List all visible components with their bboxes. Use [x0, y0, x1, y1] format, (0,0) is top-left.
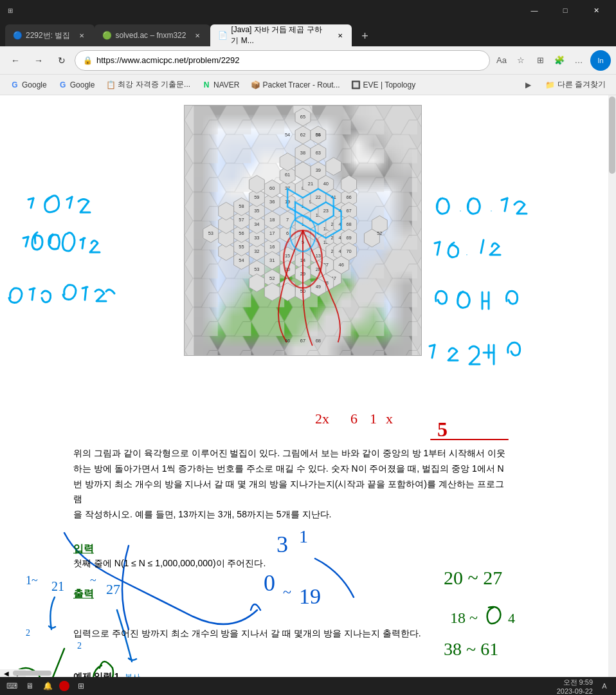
- svg-line-186: [85, 287, 86, 300]
- bookmark-eve[interactable]: 🔲 EVE | Topology: [347, 77, 421, 93]
- bookmark-google1[interactable]: G Google: [5, 77, 52, 93]
- monitor-icon: 🖥: [23, 680, 36, 692]
- output-section: 출력: [73, 588, 511, 601]
- tab-favicon-2292: 🔵: [13, 31, 22, 40]
- new-tab-button[interactable]: +: [354, 26, 375, 46]
- problem-line1: 위의 그림과 같이 육각형으로 이루어진 벌집이 있다. 그림에서 보는 바와 …: [73, 446, 511, 461]
- svg-text:39: 39: [316, 167, 321, 173]
- bookmark-folder-other[interactable]: 📁 다른 즐겨찾기: [540, 77, 611, 93]
- svg-text:54: 54: [239, 257, 244, 263]
- read-view-button[interactable]: Aa: [493, 51, 511, 70]
- bookmarks-more-button[interactable]: ▶: [521, 77, 536, 93]
- svg-text:31: 31: [269, 257, 275, 263]
- svg-text:21: 21: [51, 579, 64, 593]
- svg-line-187: [82, 287, 87, 288]
- horizontal-scrollbar[interactable]: ◀ ▶: [0, 669, 26, 677]
- scrollbar[interactable]: [608, 95, 616, 677]
- svg-text:32: 32: [254, 248, 259, 254]
- svg-text:57: 57: [239, 217, 244, 223]
- notification-icon: 🔔: [41, 680, 54, 692]
- minimize-button[interactable]: —: [520, 0, 549, 21]
- copy-button[interactable]: 복사: [125, 672, 140, 678]
- url-bar[interactable]: 🔒 https://www.acmicpc.net/problem/2292: [75, 50, 490, 71]
- tab-java[interactable]: 📄 [Java] 자바 거듭 제곱 구하기 M... ✕: [210, 24, 352, 46]
- tab-label-java: [Java] 자바 거듭 제곱 구하기 M...: [231, 24, 329, 46]
- forward-button[interactable]: →: [28, 50, 49, 71]
- bookmarks-bar: G Google G Google 📋 최강 자격증 기출문... N NAVE…: [0, 75, 616, 95]
- bookmark-label-google2: Google: [70, 80, 95, 89]
- svg-line-185: [30, 288, 35, 290]
- svg-line-176: [31, 198, 33, 208]
- window-controls: — □ ✕: [520, 0, 611, 21]
- svg-text:40: 40: [323, 181, 329, 187]
- svg-text:56: 56: [239, 230, 244, 236]
- svg-text:,: ,: [460, 207, 461, 212]
- refresh-button[interactable]: ↻: [51, 50, 72, 71]
- bookmark-favicon-google2: G: [59, 80, 68, 89]
- example-label: 예제 입력 1: [73, 671, 120, 677]
- svg-text:65: 65: [300, 114, 305, 120]
- window-icon: ⊞: [5, 5, 15, 15]
- svg-text:52: 52: [269, 275, 275, 281]
- tab-label-2292: 2292번: 벌집: [26, 30, 70, 41]
- extensions-button[interactable]: 🧩: [550, 51, 568, 70]
- bookmark-cert[interactable]: 📋 최강 자격증 기출문...: [101, 77, 195, 93]
- status-bar: ⌨ 🖥 🔔 ✕ ⊞ 오전 9:59 2023-09-22 A: [0, 677, 616, 695]
- time-display: 오전 9:59 2023-09-22: [557, 678, 593, 695]
- favorites-button[interactable]: ☆: [512, 51, 530, 70]
- keyboard-icon: ⌨: [5, 680, 18, 692]
- svg-text:70: 70: [346, 248, 351, 254]
- title-bar: ⊞ — □ ✕: [0, 0, 616, 21]
- svg-text:1: 1: [370, 411, 377, 427]
- page-content: placeholder: [0, 95, 608, 677]
- time-text: 오전 9:59: [563, 678, 593, 687]
- scroll-left-button[interactable]: ◀: [0, 669, 13, 677]
- tab-solved[interactable]: 🟢 solved.ac – fnxm322 ✕: [95, 24, 210, 46]
- address-icons: Aa ☆ ⊞ 🧩 …: [493, 51, 588, 70]
- language-icon[interactable]: A: [598, 680, 611, 692]
- maximize-button[interactable]: □: [550, 0, 580, 21]
- back-button[interactable]: ←: [5, 50, 26, 71]
- title-bar-left: ⊞: [5, 5, 15, 15]
- bookmark-packet[interactable]: 📦 Packet Tracer - Rout...: [246, 77, 345, 93]
- svg-text:66: 66: [285, 338, 290, 344]
- svg-line-181: [23, 237, 28, 238]
- lock-icon: 🔒: [83, 56, 93, 65]
- input-section: 입력 첫째 줄에 N(1 ≤ N ≤ 1,000,000,000)이 주어진다.: [73, 542, 511, 571]
- profile-button[interactable]: In: [590, 50, 611, 71]
- tab-close-java[interactable]: ✕: [336, 30, 345, 41]
- bookmark-naver[interactable]: N NAVER: [197, 77, 244, 93]
- svg-text:62: 62: [300, 132, 305, 138]
- collections-button[interactable]: ⊞: [531, 51, 549, 70]
- svg-text:33: 33: [254, 235, 259, 241]
- svg-text:68: 68: [346, 221, 351, 227]
- svg-text:67: 67: [300, 338, 305, 344]
- close-button[interactable]: ✕: [581, 0, 611, 21]
- svg-line-184: [32, 288, 33, 300]
- problem-line2: 하는 방에 돌아가면서 1씩 증가하는 번호를 주소로 매길 수 있다. 숫자 …: [73, 461, 511, 477]
- svg-text:2x: 2x: [315, 411, 329, 427]
- tab-2292[interactable]: 🔵 2292번: 벌집 ✕: [5, 24, 95, 46]
- status-right: 오전 9:59 2023-09-22 A: [557, 678, 611, 695]
- svg-line-190: [505, 198, 507, 211]
- scrollbar-thumb[interactable]: [609, 97, 615, 174]
- bookmark-label-cert: 최강 자격증 기출문...: [118, 79, 190, 90]
- svg-text:15: 15: [285, 253, 290, 259]
- bookmark-label-eve: EVE | Topology: [363, 80, 416, 89]
- example-section: 예제 입력 1 복사 13: [73, 671, 511, 677]
- main-content: placeholder: [0, 95, 616, 677]
- bookmark-google2[interactable]: G Google: [53, 77, 100, 93]
- svg-text:53: 53: [208, 230, 213, 236]
- svg-line-178: [69, 197, 72, 208]
- tab-close-2292[interactable]: ✕: [77, 30, 87, 41]
- svg-text:22: 22: [316, 194, 321, 200]
- svg-text:,: ,: [466, 250, 467, 256]
- svg-text:18: 18: [269, 217, 275, 223]
- svg-line-180: [26, 237, 28, 246]
- svg-text:52: 52: [377, 230, 382, 236]
- settings-button[interactable]: …: [570, 51, 588, 70]
- svg-text:34: 34: [254, 221, 259, 227]
- output-description: 입력으로 주어진 방까지 최소 개수의 방을 지나서 갈 때 몇개의 방을 지나…: [73, 626, 511, 642]
- horizontal-scroll-thumb[interactable]: [13, 671, 51, 676]
- tab-close-solved[interactable]: ✕: [192, 30, 203, 41]
